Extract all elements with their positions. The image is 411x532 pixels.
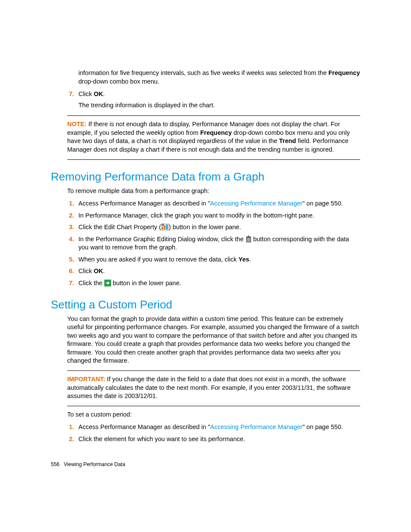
important-block: IMPORTANT: If you change the date in the… <box>67 375 360 401</box>
custom-step-2: 2. Click the element for which you want … <box>51 435 360 444</box>
text-fragment: If you change the date in the field to a… <box>67 376 351 399</box>
step-7: 7. Click OK. The trending information is… <box>51 90 360 109</box>
removing-step-4: 4. In the Performance Graphic Editing Di… <box>51 235 360 252</box>
text-fragment: Click the element for which you want to … <box>78 436 245 442</box>
step-number: 2. <box>69 212 74 220</box>
link-accessing-pm[interactable]: Accessing Performance Manager <box>210 200 302 207</box>
text-fragment: information for five frequency intervals… <box>78 69 328 76</box>
arrow-right-icon <box>104 280 111 288</box>
trend-bold: Trend <box>279 137 296 144</box>
heading-custom-period: Setting a Custom Period <box>51 298 360 311</box>
text-fragment: Click <box>78 268 93 274</box>
custom-period-lead: To set a custom period: <box>67 411 360 419</box>
page-number: 556 <box>51 461 59 467</box>
frequency-bold: Frequency <box>328 69 360 76</box>
removing-step-1: 1. Access Performance Manager as describ… <box>51 199 360 208</box>
removing-step-5: 5. When you are asked if you want to rem… <box>51 255 360 264</box>
step-number: 2. <box>69 435 74 444</box>
text-fragment: In Performance Manager, click the graph … <box>78 212 314 219</box>
step-number: 6. <box>69 267 74 276</box>
removing-step-3: 3. Click the Edit Chart Property () butt… <box>51 223 360 232</box>
step-subtext: The trending information is displayed in… <box>78 101 360 110</box>
trash-icon <box>246 236 252 244</box>
custom-step-1: 1. Access Performance Manager as describ… <box>51 423 360 432</box>
step-number: 4. <box>69 235 74 244</box>
text-fragment: Access Performance Manager as described … <box>78 423 210 430</box>
divider <box>67 406 360 406</box>
text-fragment: . <box>249 256 251 263</box>
frequency-bold: Frequency <box>200 129 232 136</box>
text-fragment: . <box>103 268 105 274</box>
step-number: 1. <box>69 423 74 432</box>
removing-step-7: 7. Click the button in the lower pane. <box>51 279 360 288</box>
page-footer: 556 Viewing Performance Data <box>51 461 125 467</box>
svg-rect-8 <box>248 236 249 236</box>
heading-removing: Removing Performance Data from a Graph <box>51 170 360 184</box>
ok-bold: OK <box>93 90 103 97</box>
text-fragment: " on page 550. <box>302 423 343 430</box>
ok-bold: OK <box>93 268 103 274</box>
text-fragment: Access Performance Manager as described … <box>78 200 210 207</box>
text-fragment: Click the <box>78 280 104 286</box>
important-label: IMPORTANT: <box>67 376 105 383</box>
text-fragment: In the Performance Graphic Editing Dialo… <box>78 236 246 243</box>
svg-rect-7 <box>246 236 251 237</box>
divider <box>67 115 360 116</box>
text-fragment: drop-down combo box menu. <box>78 78 159 85</box>
svg-rect-1 <box>162 227 163 230</box>
text-fragment: Click the Edit Chart Property ( <box>78 224 161 230</box>
edit-chart-icon <box>161 224 169 232</box>
text-fragment: . <box>103 90 105 97</box>
link-accessing-pm[interactable]: Accessing Performance Manager <box>210 423 302 430</box>
step-number: 7. <box>69 90 74 99</box>
removing-step-6: 6. Click OK. <box>51 267 360 276</box>
text-fragment: " on page 550. <box>302 200 343 207</box>
text-fragment: Click <box>78 90 93 97</box>
svg-rect-2 <box>164 226 165 230</box>
note-block: NOTE: If there is not enough data to dis… <box>67 120 360 154</box>
custom-period-intro: You can format the graph to provide data… <box>67 315 360 365</box>
step-number: 3. <box>69 223 74 232</box>
step-number: 5. <box>69 255 74 264</box>
step-number: 7. <box>69 279 74 288</box>
chapter-title: Viewing Performance Data <box>64 461 125 467</box>
removing-intro: To remove multiple data from a performan… <box>67 187 360 196</box>
yes-bold: Yes <box>239 256 249 263</box>
text-fragment: button in the lower pane. <box>111 280 181 286</box>
divider <box>67 159 360 160</box>
text-fragment: ) button in the lower pane. <box>169 224 241 230</box>
text-fragment: When you are asked if you want to remove… <box>78 256 239 263</box>
divider <box>67 370 360 371</box>
step-number: 1. <box>69 199 74 208</box>
note-label: NOTE: <box>67 121 87 128</box>
continuation-text: information for five frequency intervals… <box>78 69 360 86</box>
svg-rect-3 <box>166 224 168 230</box>
removing-step-2: 2. In Performance Manager, click the gra… <box>51 212 360 220</box>
